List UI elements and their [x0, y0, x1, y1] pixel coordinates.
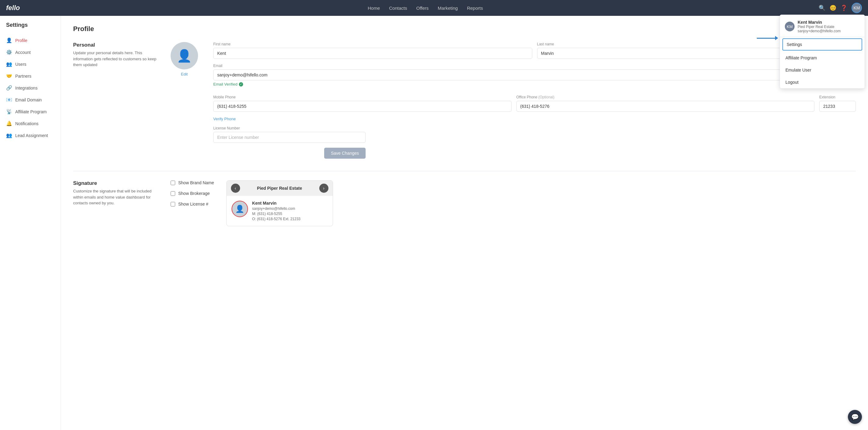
nav-contacts[interactable]: Contacts	[389, 5, 407, 11]
personal-section: Personal Update your personal details he…	[73, 42, 856, 159]
lead-assignment-icon: 👥	[6, 132, 12, 138]
signature-header: Signature Customize the signature that w…	[73, 180, 158, 220]
sig-mobile: M: (631) 418-5255	[252, 212, 301, 216]
dropdown-affiliate[interactable]: Affiliate Program	[780, 52, 865, 64]
dropdown-user-company: Pied Piper Real Estate	[798, 25, 841, 29]
nav-reports[interactable]: Reports	[467, 5, 483, 11]
sig-next-button[interactable]: ›	[319, 184, 329, 193]
show-brand-checkbox-row[interactable]: Show Brand Name	[170, 180, 214, 185]
account-icon: ⚙️	[6, 49, 12, 55]
dropdown-settings[interactable]: Settings	[782, 38, 862, 51]
nav-offers[interactable]: Offers	[416, 5, 429, 11]
license-input[interactable]	[213, 132, 366, 143]
show-license-checkbox-row[interactable]: Show License #	[170, 202, 214, 206]
dropdown-emulate[interactable]: Emulate User	[780, 64, 865, 76]
arrow-line	[757, 38, 775, 39]
email-group: Email Email Verified ✓	[213, 64, 856, 90]
email-verified-label: Email Verified	[213, 82, 237, 87]
sidebar-item-label-account: Account	[15, 50, 31, 55]
settings-arrow	[757, 36, 778, 40]
avatar-circle: 👤	[170, 42, 198, 69]
license-label: License Number	[213, 126, 366, 130]
sidebar-item-lead-assignment[interactable]: 👥 Lead Assignment	[0, 129, 61, 141]
sidebar-item-notifications[interactable]: 🔔 Notifications	[0, 118, 61, 129]
signature-title: Signature	[73, 180, 158, 186]
mobile-input[interactable]	[213, 101, 512, 112]
signature-preview-body: 👤 Kent Marvin sanjoy+demo@hifello.com M:…	[227, 196, 333, 226]
personal-header: Personal Update your personal details he…	[73, 42, 158, 153]
sidebar-item-users[interactable]: 👥 Users	[0, 58, 61, 70]
extension-label: Extension	[819, 95, 856, 99]
sig-company-name: Pied Piper Real Estate	[257, 186, 302, 191]
search-icon[interactable]: 🔍	[819, 5, 825, 11]
sidebar-item-label-partners: Partners	[15, 74, 31, 78]
save-changes-button[interactable]: Save Changes	[324, 148, 366, 159]
nav-right: 🔍 😊 ❓ KM	[819, 3, 862, 13]
office-label: Office Phone (Optional)	[517, 95, 815, 99]
first-name-input[interactable]	[213, 48, 532, 59]
show-license-label: Show License #	[178, 202, 208, 206]
first-name-label: First name	[213, 42, 532, 46]
user-avatar[interactable]: KM	[851, 3, 862, 13]
sidebar-item-label-email-domain: Email Domain	[15, 97, 42, 102]
dropdown-user-details: Kent Marvin Pied Piper Real Estate sanjo…	[798, 20, 841, 33]
affiliate-icon: 📡	[6, 109, 12, 114]
office-group: Office Phone (Optional)	[517, 95, 815, 112]
signature-preview-header: ‹ Pied Piper Real Estate ›	[227, 180, 333, 196]
app-logo: fello	[6, 4, 20, 12]
mobile-label: Mobile Phone	[213, 95, 512, 99]
sidebar-item-label-profile: Profile	[15, 38, 27, 43]
sidebar-item-label-integrations: Integrations	[15, 86, 37, 91]
partners-icon: 🤝	[6, 73, 12, 79]
save-btn-container: Save Changes	[213, 148, 366, 159]
signature-preview: ‹ Pied Piper Real Estate › 👤 Kent Marvin…	[226, 180, 333, 226]
signature-checkboxes: Show Brand Name Show Brokerage Show Lice…	[170, 180, 214, 208]
show-brokerage-checkbox[interactable]	[170, 191, 175, 196]
main-content: Profile Personal Update your personal de…	[61, 16, 868, 430]
personal-row: Personal Update your personal details he…	[73, 42, 856, 159]
first-name-group: First name	[213, 42, 532, 59]
sidebar-item-account[interactable]: ⚙️ Account	[0, 46, 61, 58]
signature-row: Signature Customize the signature that w…	[73, 180, 856, 226]
sig-name: Kent Marvin	[252, 201, 301, 205]
email-label: Email	[213, 64, 856, 68]
nav-marketing[interactable]: Marketing	[438, 5, 458, 11]
extension-input[interactable]	[819, 101, 856, 112]
sidebar-item-label-lead-assignment: Lead Assignment	[15, 133, 48, 138]
verify-phone-link[interactable]: Verify Phone	[213, 117, 856, 121]
show-brand-label: Show Brand Name	[178, 180, 214, 185]
show-brokerage-checkbox-row[interactable]: Show Brokerage	[170, 191, 214, 196]
show-license-checkbox[interactable]	[170, 202, 175, 206]
sidebar-item-label-notifications: Notifications	[15, 121, 38, 126]
license-group: License Number	[213, 126, 366, 143]
signature-desc: Customize the signature that will be inc…	[73, 188, 158, 206]
show-brand-checkbox[interactable]	[170, 180, 175, 185]
extension-group: Extension	[819, 95, 856, 112]
office-phone-input[interactable]	[517, 101, 815, 112]
dropdown-user-name: Kent Marvin	[798, 20, 841, 25]
sidebar-item-profile[interactable]: 👤 Profile	[0, 34, 61, 46]
email-input[interactable]	[213, 69, 856, 80]
personal-title: Personal	[73, 42, 158, 48]
email-row: Email Email Verified ✓	[213, 64, 856, 90]
personal-content: 👤 Edit First name Last name	[170, 42, 856, 159]
dropdown-avatar: KM	[785, 22, 795, 31]
sidebar-item-label-users: Users	[15, 62, 27, 67]
user-dropdown: KM Kent Marvin Pied Piper Real Estate sa…	[780, 14, 865, 89]
edit-avatar-link[interactable]: Edit	[181, 72, 188, 76]
sidebar-item-partners[interactable]: 🤝 Partners	[0, 70, 61, 82]
dropdown-logout[interactable]: Logout	[780, 76, 865, 88]
sidebar-item-integrations[interactable]: 🔗 Integrations	[0, 82, 61, 94]
chat-bubble[interactable]: 💬	[848, 410, 862, 424]
sidebar-item-affiliate[interactable]: 📡 Affiliate Program	[0, 106, 61, 118]
sig-avatar: 👤	[231, 201, 248, 217]
smiley-icon[interactable]: 😊	[830, 5, 836, 11]
help-icon[interactable]: ❓	[841, 5, 847, 11]
integrations-icon: 🔗	[6, 85, 12, 91]
nav-home[interactable]: Home	[368, 5, 380, 11]
personal-desc: Update your personal details here. This …	[73, 50, 158, 68]
mobile-group: Mobile Phone	[213, 95, 512, 112]
sidebar-item-email-domain[interactable]: 📧 Email Domain	[0, 94, 61, 106]
dropdown-user-email: sanjoy+demo@hifello.com	[798, 29, 841, 33]
sig-prev-button[interactable]: ‹	[231, 184, 240, 193]
